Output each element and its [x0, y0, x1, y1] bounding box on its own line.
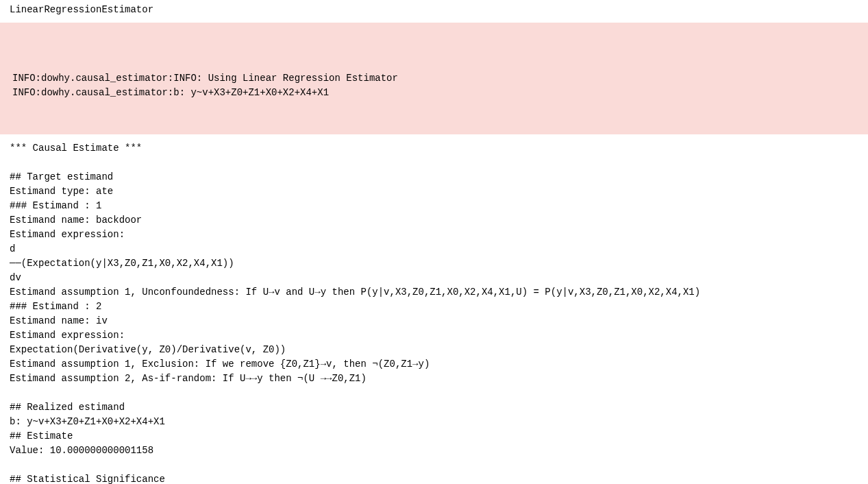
estimand-2-assumption-1: Estimand assumption 1, Exclusion: If we … — [10, 359, 430, 370]
estimand-1-expr-label: Estimand expression: — [10, 229, 125, 240]
estimand-2-name: Estimand name: iv — [10, 315, 108, 326]
output-block: *** Causal Estimate *** ## Target estima… — [10, 141, 858, 484]
section-statistical-significance: ## Statistical Significance — [10, 474, 165, 484]
output-header: *** Causal Estimate *** — [10, 143, 142, 154]
estimand-1-name: Estimand name: backdoor — [10, 215, 142, 226]
estimand-type: Estimand type: ate — [10, 186, 113, 197]
estimand-2-header: ### Estimand : 2 — [10, 301, 101, 312]
estimand-1-header: ### Estimand : 1 — [10, 200, 101, 211]
estimand-1-assumption: Estimand assumption 1, Unconfoundedness:… — [10, 287, 700, 298]
estimand-2-assumption-2: Estimand assumption 2, As-if-random: If … — [10, 373, 367, 384]
section-target-estimand: ## Target estimand — [10, 171, 113, 182]
info-log-line: INFO:dowhy.causal_estimator:b: y~v+X3+Z0… — [12, 87, 329, 98]
estimand-1-expr-top: d — [10, 243, 15, 254]
estimate-value: Value: 10.000000000001158 — [10, 445, 153, 456]
info-log-line: INFO:dowhy.causal_estimator:INFO: Using … — [12, 73, 398, 84]
section-realized-estimand: ## Realized estimand — [10, 402, 125, 413]
estimator-title: LinearRegressionEstimator — [10, 3, 858, 23]
section-estimate: ## Estimate — [10, 431, 73, 441]
estimand-2-expr: Expectation(Derivative(y, Z0)/Derivative… — [10, 344, 286, 355]
info-log-block: INFO:dowhy.causal_estimator:INFO: Using … — [0, 23, 868, 134]
estimand-2-expr-label: Estimand expression: — [10, 330, 125, 341]
estimand-1-expr-mid: ──(Expectation(y|X3,Z0,Z1,X0,X2,X4,X1)) — [10, 258, 234, 269]
realized-estimand-expr: b: y~v+X3+Z0+Z1+X0+X2+X4+X1 — [10, 416, 165, 427]
estimand-1-expr-bot: dv — [10, 272, 21, 283]
